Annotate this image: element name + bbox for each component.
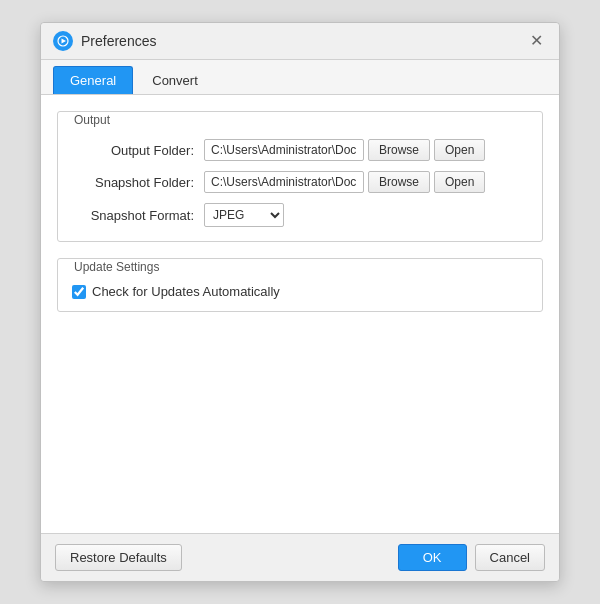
update-section-header: Update Settings [66,260,167,274]
snapshot-format-select[interactable]: JPEG PNG BMP [204,203,284,227]
update-checkbox-row: Check for Updates Automatically [58,274,542,311]
snapshot-folder-open-button[interactable]: Open [434,171,485,193]
preferences-dialog: Preferences ✕ General Convert Output Out… [40,22,560,582]
output-section: Output Output Folder: C:\Users\Administr… [57,111,543,242]
snapshot-format-wrap: JPEG PNG BMP [204,203,284,227]
update-section: Update Settings Check for Updates Automa… [57,258,543,312]
app-icon [53,31,73,51]
output-section-body: Output Folder: C:\Users\Administrator\Do… [58,127,542,241]
tab-convert[interactable]: Convert [135,66,215,94]
title-bar: Preferences ✕ [41,23,559,60]
dialog-title: Preferences [81,33,156,49]
snapshot-folder-path: C:\Users\Administrator\Doc [204,171,364,193]
content-area: Output Output Folder: C:\Users\Administr… [41,95,559,533]
close-button[interactable]: ✕ [526,31,547,51]
output-folder-browse-button[interactable]: Browse [368,139,430,161]
auto-update-checkbox[interactable] [72,285,86,299]
output-folder-path: C:\Users\Administrator\Doc [204,139,364,161]
output-folder-label: Output Folder: [74,143,194,158]
footer-right: OK Cancel [398,544,545,571]
svg-marker-1 [62,39,67,44]
auto-update-label: Check for Updates Automatically [92,284,280,299]
tab-general[interactable]: General [53,66,133,94]
snapshot-folder-browse-button[interactable]: Browse [368,171,430,193]
output-folder-open-button[interactable]: Open [434,139,485,161]
snapshot-folder-row: Snapshot Folder: C:\Users\Administrator\… [74,171,526,193]
snapshot-format-label: Snapshot Format: [74,208,194,223]
output-folder-row: Output Folder: C:\Users\Administrator\Do… [74,139,526,161]
footer: Restore Defaults OK Cancel [41,533,559,581]
ok-button[interactable]: OK [398,544,467,571]
title-left: Preferences [53,31,156,51]
output-section-header: Output [66,113,118,127]
tab-bar: General Convert [41,60,559,95]
snapshot-format-row: Snapshot Format: JPEG PNG BMP [74,203,526,227]
restore-defaults-button[interactable]: Restore Defaults [55,544,182,571]
snapshot-folder-label: Snapshot Folder: [74,175,194,190]
cancel-button[interactable]: Cancel [475,544,545,571]
